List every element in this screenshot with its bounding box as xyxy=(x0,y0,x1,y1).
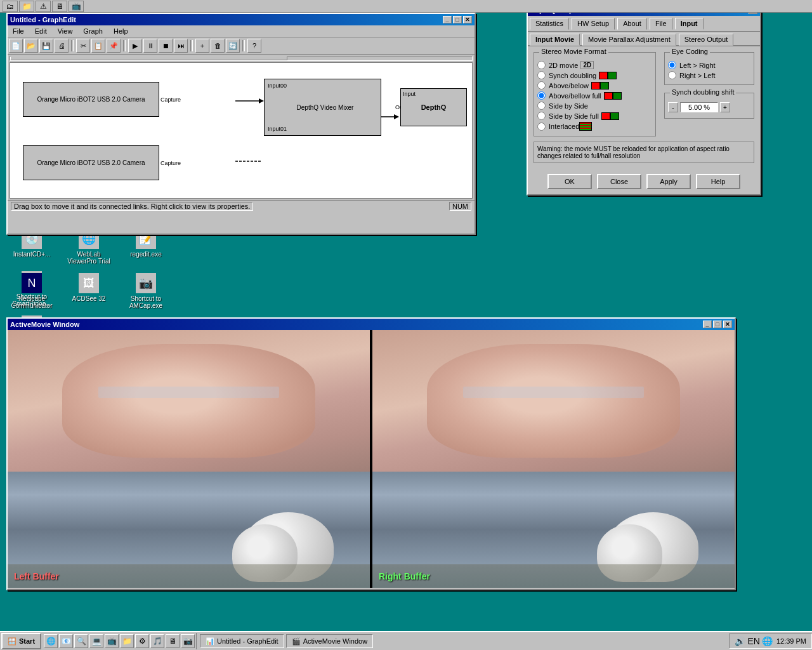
toolbar-open[interactable]: 📂 xyxy=(24,39,38,53)
quicklaunch-ie[interactable]: 🌐 xyxy=(44,634,58,648)
maximize-button[interactable]: □ xyxy=(453,16,462,23)
clock[interactable]: 12:39 PM xyxy=(776,637,806,645)
toolbar-delete[interactable]: 🗑 xyxy=(211,39,225,53)
synch-shift-plus[interactable]: + xyxy=(720,102,730,112)
start-button[interactable]: 🪟 Start xyxy=(1,633,41,649)
tab-about[interactable]: About xyxy=(617,18,647,30)
taskbar-top-icon3[interactable]: ⚠ xyxy=(36,1,51,12)
radio-above-input[interactable] xyxy=(537,81,546,90)
quicklaunch-5[interactable]: 📺 xyxy=(105,634,119,648)
toolbar-sep3 xyxy=(190,40,193,51)
output-node[interactable]: Input DepthQ xyxy=(400,88,467,126)
input00-label: Input00 xyxy=(268,83,287,89)
tray-lang-icon[interactable]: 🌐 xyxy=(762,636,773,646)
toolbar-insert[interactable]: + xyxy=(195,39,209,53)
radio-left-right[interactable]: Left > Right xyxy=(668,61,750,69)
radio-above-bellow-full[interactable]: Above/bellow full xyxy=(537,91,652,100)
task-graphedit[interactable]: 📊 Untitled - GraphEdit xyxy=(200,634,284,648)
desktop-icon-acdsee[interactable]: 🖼 ACDSee 32 xyxy=(63,273,114,309)
radio-interlaced-input[interactable] xyxy=(537,123,546,131)
quicklaunch-10[interactable]: 📷 xyxy=(181,634,195,648)
synch-shift-value[interactable]: 5.00 % xyxy=(680,102,718,112)
activemovie-minimize[interactable]: _ xyxy=(703,321,712,328)
scrollbar-thumb[interactable] xyxy=(10,56,287,60)
desktop-icon-amcap[interactable]: 📷 Shortcut to AMCap.exe xyxy=(121,273,171,309)
toolbar-save[interactable]: 💾 xyxy=(39,39,53,53)
quicklaunch-8[interactable]: 🎵 xyxy=(150,634,164,648)
help-dialog-button[interactable]: Help xyxy=(696,174,740,189)
tab-file[interactable]: File xyxy=(650,18,672,30)
right-buffer-label: Right Buffer xyxy=(379,571,430,581)
toolbar-refresh[interactable]: 🔄 xyxy=(226,39,240,53)
apply-button[interactable]: Apply xyxy=(646,174,691,189)
menu-file[interactable]: File xyxy=(9,27,28,36)
synch-shift-minus[interactable]: - xyxy=(668,102,678,112)
tab-hwsetup[interactable]: HW Setup xyxy=(572,18,615,30)
menu-graph[interactable]: Graph xyxy=(79,27,107,36)
toolbar-cut[interactable]: ✂ xyxy=(76,39,90,53)
camera2-node[interactable]: Orange Micro iBOT2 USB 2.0 Camera Captur… xyxy=(23,145,159,180)
menu-help[interactable]: Help xyxy=(110,27,132,36)
quicklaunch-7[interactable]: ⚙ xyxy=(135,634,149,648)
task-activemovie[interactable]: 🎬 ActiveMovie Window xyxy=(286,634,373,648)
taskbar-top-icon4[interactable]: 🖥 xyxy=(52,1,67,12)
radio-interlaced[interactable]: Interlaced xyxy=(537,122,652,131)
tray-network-icon[interactable]: 🔊 xyxy=(735,636,745,646)
radio-side-by-side-full[interactable]: Side by Side full xyxy=(537,112,652,120)
radio-2d-input[interactable] xyxy=(537,61,546,69)
quicklaunch-mail[interactable]: 📧 xyxy=(59,634,73,648)
toolbar-step[interactable]: ⏭ xyxy=(174,39,188,53)
radio-sbsfull-input[interactable] xyxy=(537,112,546,120)
menu-view[interactable]: View xyxy=(54,27,77,36)
toolbar-paste[interactable]: 📌 xyxy=(107,39,121,53)
start-label: Start xyxy=(19,637,35,645)
close-button[interactable]: ✕ xyxy=(463,16,472,23)
taskbar-top-icon5[interactable]: 📺 xyxy=(69,1,84,12)
toolbar-help[interactable]: ? xyxy=(247,39,261,53)
toolbar-sep4 xyxy=(242,40,245,51)
activemovie-titlebar[interactable]: ActiveMovie Window _ □ ✕ xyxy=(8,319,735,330)
toolbar-print[interactable]: 🖨 xyxy=(55,39,69,53)
tab-statistics[interactable]: Statistics xyxy=(530,18,569,30)
taskbar-top-icon1[interactable]: 🗂 xyxy=(3,1,18,12)
radio-rl-input[interactable] xyxy=(668,71,676,79)
tab-input[interactable]: Input xyxy=(675,18,704,30)
scrollbar-horizontal[interactable] xyxy=(10,56,473,61)
activemovie-title: ActiveMovie Window xyxy=(10,321,79,328)
toolbar-copy[interactable]: 📋 xyxy=(91,39,105,53)
radio-synch-doubling[interactable]: Synch doubling xyxy=(537,71,652,79)
radio-abovefull-input[interactable] xyxy=(537,91,546,100)
mixer-node[interactable]: Input00 DepthQ Video Mixer Input01 Outpu… xyxy=(264,79,381,136)
graphedit-titlebar[interactable]: Untitled - GraphEdit _ □ ✕ xyxy=(8,14,475,25)
tab-stereo-output[interactable]: Stereo Output xyxy=(679,34,734,46)
radio-2d-movie[interactable]: 2D movie 2D xyxy=(537,61,652,69)
radio-synch-input[interactable] xyxy=(537,71,546,79)
activemovie-maximize[interactable]: □ xyxy=(713,321,722,328)
toolbar-stop[interactable]: ⏹ xyxy=(159,39,173,53)
taskbar-top-icon2[interactable]: 📁 xyxy=(19,1,34,12)
tab-parallax[interactable]: Movie Parallax Adjustment xyxy=(582,34,676,46)
toolbar-new[interactable]: 📄 xyxy=(9,39,23,53)
quicklaunch-9[interactable]: 🖥 xyxy=(166,634,180,648)
radio-side-by-side[interactable]: Side by Side xyxy=(537,102,652,110)
quicklaunch-4[interactable]: 💻 xyxy=(89,634,103,648)
radio-above-below[interactable]: Above/below xyxy=(537,81,652,90)
toolbar-pause[interactable]: ⏸ xyxy=(143,39,157,53)
toolbar-sep1 xyxy=(71,40,74,51)
minimize-button[interactable]: _ xyxy=(443,16,452,23)
tray-volume-icon[interactable]: EN xyxy=(747,636,759,646)
radio-lr-input[interactable] xyxy=(668,61,676,69)
radio-sbs-input[interactable] xyxy=(537,102,546,110)
quicklaunch-3[interactable]: 🔍 xyxy=(74,634,88,648)
radio-right-left[interactable]: Right > Left xyxy=(668,71,750,79)
quicklaunch-6[interactable]: 📁 xyxy=(120,634,134,648)
netscape-label: Netscape Communicator xyxy=(6,295,57,309)
desktop-icon-netscape[interactable]: N Netscape Communicator xyxy=(6,273,57,309)
close-dialog-button[interactable]: Close xyxy=(597,174,641,189)
ok-button[interactable]: OK xyxy=(547,174,592,189)
menu-edit[interactable]: Edit xyxy=(31,27,51,36)
camera1-node[interactable]: Orange Micro iBOT2 USB 2.0 Camera Captur… xyxy=(23,82,159,117)
tab-input-movie[interactable]: Input Movie xyxy=(530,34,580,46)
activemovie-close[interactable]: ✕ xyxy=(723,321,732,328)
toolbar-play[interactable]: ▶ xyxy=(128,39,142,53)
